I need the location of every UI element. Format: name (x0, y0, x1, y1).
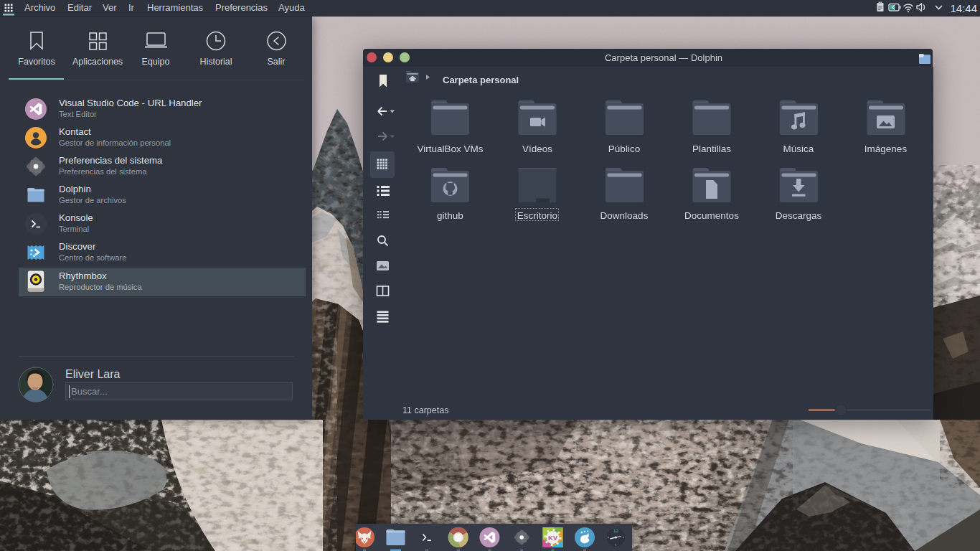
svg-text:KV: KV (548, 534, 558, 542)
svg-text:12: 12 (613, 529, 618, 533)
